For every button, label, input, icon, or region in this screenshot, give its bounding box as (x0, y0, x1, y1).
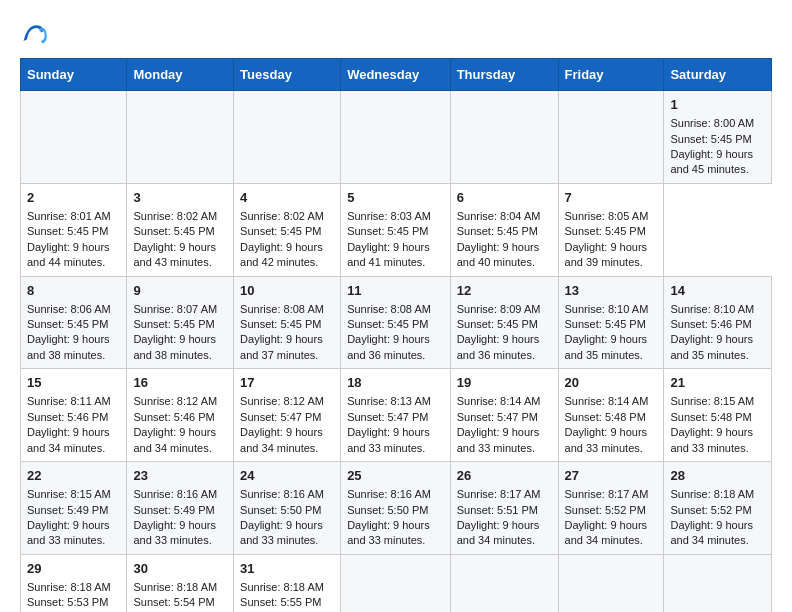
day-number: 24 (240, 467, 334, 485)
daylight-text: Daylight: 9 hours and 35 minutes. (565, 333, 648, 360)
day-number: 1 (670, 96, 765, 114)
sunrise-text: Sunrise: 8:10 AM (670, 303, 754, 315)
sunset-text: Sunset: 5:45 PM (347, 225, 428, 237)
daylight-text: Daylight: 9 hours and 41 minutes. (347, 241, 430, 268)
day-number: 4 (240, 189, 334, 207)
calendar-day-cell: 26Sunrise: 8:17 AMSunset: 5:51 PMDayligh… (450, 462, 558, 555)
calendar-day-cell: 8Sunrise: 8:06 AMSunset: 5:45 PMDaylight… (21, 276, 127, 369)
sunrise-text: Sunrise: 8:17 AM (457, 488, 541, 500)
daylight-text: Daylight: 9 hours and 38 minutes. (133, 333, 216, 360)
sunrise-text: Sunrise: 8:18 AM (670, 488, 754, 500)
daylight-text: Daylight: 9 hours and 34 minutes. (457, 519, 540, 546)
sunset-text: Sunset: 5:45 PM (240, 318, 321, 330)
sunrise-text: Sunrise: 8:00 AM (670, 117, 754, 129)
sunrise-text: Sunrise: 8:18 AM (133, 581, 217, 593)
sunset-text: Sunset: 5:46 PM (670, 318, 751, 330)
sunset-text: Sunset: 5:45 PM (27, 318, 108, 330)
day-number: 22 (27, 467, 120, 485)
sunset-text: Sunset: 5:51 PM (457, 504, 538, 516)
empty-cell (21, 91, 127, 184)
sunrise-text: Sunrise: 8:15 AM (670, 395, 754, 407)
sunrise-text: Sunrise: 8:13 AM (347, 395, 431, 407)
sunset-text: Sunset: 5:45 PM (133, 225, 214, 237)
sunrise-text: Sunrise: 8:16 AM (347, 488, 431, 500)
sunrise-text: Sunrise: 8:08 AM (240, 303, 324, 315)
day-number: 26 (457, 467, 552, 485)
day-header-monday: Monday (127, 59, 234, 91)
daylight-text: Daylight: 9 hours and 33 minutes. (347, 426, 430, 453)
sunset-text: Sunset: 5:52 PM (670, 504, 751, 516)
daylight-text: Daylight: 9 hours and 33 minutes. (565, 426, 648, 453)
sunrise-text: Sunrise: 8:02 AM (240, 210, 324, 222)
sunrise-text: Sunrise: 8:07 AM (133, 303, 217, 315)
calendar-table: SundayMondayTuesdayWednesdayThursdayFrid… (20, 58, 772, 612)
day-header-tuesday: Tuesday (234, 59, 341, 91)
calendar-day-cell: 27Sunrise: 8:17 AMSunset: 5:52 PMDayligh… (558, 462, 664, 555)
day-header-sunday: Sunday (21, 59, 127, 91)
calendar-day-cell: 25Sunrise: 8:16 AMSunset: 5:50 PMDayligh… (341, 462, 451, 555)
sunset-text: Sunset: 5:47 PM (347, 411, 428, 423)
sunrise-text: Sunrise: 8:04 AM (457, 210, 541, 222)
calendar-week-row: 15Sunrise: 8:11 AMSunset: 5:46 PMDayligh… (21, 369, 772, 462)
daylight-text: Daylight: 9 hours and 36 minutes. (457, 333, 540, 360)
sunrise-text: Sunrise: 8:06 AM (27, 303, 111, 315)
calendar-day-cell: 9Sunrise: 8:07 AMSunset: 5:45 PMDaylight… (127, 276, 234, 369)
daylight-text: Daylight: 9 hours and 33 minutes. (133, 519, 216, 546)
page-header (20, 20, 772, 48)
daylight-text: Daylight: 9 hours and 33 minutes. (27, 519, 110, 546)
calendar-day-cell: 17Sunrise: 8:12 AMSunset: 5:47 PMDayligh… (234, 369, 341, 462)
day-number: 2 (27, 189, 120, 207)
sunrise-text: Sunrise: 8:14 AM (457, 395, 541, 407)
calendar-day-cell: 23Sunrise: 8:16 AMSunset: 5:49 PMDayligh… (127, 462, 234, 555)
daylight-text: Daylight: 9 hours and 33 minutes. (347, 519, 430, 546)
sunrise-text: Sunrise: 8:15 AM (27, 488, 111, 500)
sunrise-text: Sunrise: 8:03 AM (347, 210, 431, 222)
calendar-day-cell: 13Sunrise: 8:10 AMSunset: 5:45 PMDayligh… (558, 276, 664, 369)
daylight-text: Daylight: 9 hours and 43 minutes. (133, 241, 216, 268)
daylight-text: Daylight: 9 hours and 45 minutes. (670, 148, 753, 175)
calendar-day-cell: 18Sunrise: 8:13 AMSunset: 5:47 PMDayligh… (341, 369, 451, 462)
daylight-text: Daylight: 9 hours and 40 minutes. (457, 241, 540, 268)
day-number: 20 (565, 374, 658, 392)
calendar-day-cell: 29Sunrise: 8:18 AMSunset: 5:53 PMDayligh… (21, 554, 127, 612)
daylight-text: Daylight: 9 hours and 42 minutes. (240, 241, 323, 268)
sunset-text: Sunset: 5:46 PM (133, 411, 214, 423)
calendar-day-cell: 6Sunrise: 8:04 AMSunset: 5:45 PMDaylight… (450, 183, 558, 276)
daylight-text: Daylight: 9 hours and 37 minutes. (240, 333, 323, 360)
sunset-text: Sunset: 5:45 PM (27, 225, 108, 237)
day-number: 28 (670, 467, 765, 485)
calendar-day-cell: 19Sunrise: 8:14 AMSunset: 5:47 PMDayligh… (450, 369, 558, 462)
daylight-text: Daylight: 9 hours and 34 minutes. (240, 426, 323, 453)
day-number: 9 (133, 282, 227, 300)
sunset-text: Sunset: 5:49 PM (133, 504, 214, 516)
calendar-day-cell: 1Sunrise: 8:00 AMSunset: 5:45 PMDaylight… (664, 91, 772, 184)
sunrise-text: Sunrise: 8:18 AM (27, 581, 111, 593)
calendar-week-row: 2Sunrise: 8:01 AMSunset: 5:45 PMDaylight… (21, 183, 772, 276)
daylight-text: Daylight: 9 hours and 34 minutes. (133, 426, 216, 453)
calendar-day-cell: 5Sunrise: 8:03 AMSunset: 5:45 PMDaylight… (341, 183, 451, 276)
calendar-day-cell: 21Sunrise: 8:15 AMSunset: 5:48 PMDayligh… (664, 369, 772, 462)
day-number: 3 (133, 189, 227, 207)
day-number: 27 (565, 467, 658, 485)
day-number: 7 (565, 189, 658, 207)
calendar-day-cell: 11Sunrise: 8:08 AMSunset: 5:45 PMDayligh… (341, 276, 451, 369)
sunrise-text: Sunrise: 8:05 AM (565, 210, 649, 222)
calendar-day-cell: 24Sunrise: 8:16 AMSunset: 5:50 PMDayligh… (234, 462, 341, 555)
sunset-text: Sunset: 5:49 PM (27, 504, 108, 516)
day-number: 5 (347, 189, 444, 207)
calendar-day-cell: 12Sunrise: 8:09 AMSunset: 5:45 PMDayligh… (450, 276, 558, 369)
empty-cell (450, 91, 558, 184)
daylight-text: Daylight: 9 hours and 36 minutes. (347, 333, 430, 360)
sunset-text: Sunset: 5:52 PM (565, 504, 646, 516)
logo-icon (20, 20, 48, 48)
sunrise-text: Sunrise: 8:10 AM (565, 303, 649, 315)
empty-cell (234, 91, 341, 184)
empty-cell (664, 554, 772, 612)
empty-cell (341, 554, 451, 612)
sunrise-text: Sunrise: 8:09 AM (457, 303, 541, 315)
day-number: 13 (565, 282, 658, 300)
day-number: 16 (133, 374, 227, 392)
sunset-text: Sunset: 5:45 PM (133, 318, 214, 330)
sunset-text: Sunset: 5:47 PM (240, 411, 321, 423)
calendar-day-cell: 4Sunrise: 8:02 AMSunset: 5:45 PMDaylight… (234, 183, 341, 276)
